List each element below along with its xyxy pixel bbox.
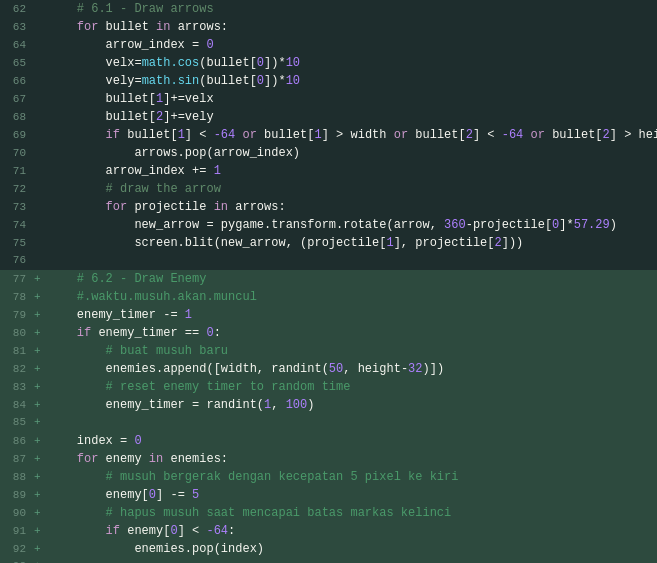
token-kw: if bbox=[48, 524, 120, 538]
code-content: vely=math.sin(bullet[0])*10 bbox=[44, 72, 657, 90]
diff-marker bbox=[34, 252, 44, 269]
token-num: 0 bbox=[134, 434, 141, 448]
token-plain: ] < bbox=[473, 128, 502, 142]
diff-marker bbox=[34, 55, 44, 72]
diff-marker bbox=[34, 235, 44, 252]
code-content: for bullet in arrows: bbox=[44, 18, 657, 36]
code-content: # 6.1 - Draw arrows bbox=[44, 0, 657, 18]
line-number: 89 bbox=[0, 487, 34, 504]
token-num: -64 bbox=[206, 524, 228, 538]
token-num: 0 bbox=[206, 38, 213, 52]
token-num: 32 bbox=[408, 362, 422, 376]
token-plain: arrows.pop(arrow_index) bbox=[48, 146, 300, 160]
token-plain: bullet[ bbox=[408, 128, 466, 142]
diff-marker: + bbox=[34, 414, 44, 431]
code-content: # reset enemy timer to random time bbox=[44, 378, 657, 396]
code-line: 85+ bbox=[0, 414, 657, 432]
line-number: 91 bbox=[0, 523, 34, 540]
code-line: 88+ # musuh bergerak dengan kecepatan 5 … bbox=[0, 468, 657, 486]
line-number: 77 bbox=[0, 271, 34, 288]
code-line: 62 # 6.1 - Draw arrows bbox=[0, 0, 657, 18]
token-plain: enemies.append([width, randint( bbox=[48, 362, 329, 376]
diff-marker bbox=[34, 109, 44, 126]
code-content: index = 0 bbox=[44, 432, 657, 450]
code-content: enemy_timer = randint(1, 100) bbox=[44, 396, 657, 414]
code-line: 70 arrows.pop(arrow_index) bbox=[0, 144, 657, 162]
code-content: # musuh bergerak dengan kecepatan 5 pixe… bbox=[44, 468, 657, 486]
diff-marker: + bbox=[34, 343, 44, 360]
token-plain: )]) bbox=[422, 362, 444, 376]
code-content: arrow_index += 1 bbox=[44, 162, 657, 180]
code-line: 64 arrow_index = 0 bbox=[0, 36, 657, 54]
token-num: 0 bbox=[257, 74, 264, 88]
diff-marker: + bbox=[34, 558, 44, 563]
code-content: enemy_timer -= 1 bbox=[44, 306, 657, 324]
line-number: 76 bbox=[0, 252, 34, 269]
code-content: if enemy_timer == 0: bbox=[44, 324, 657, 342]
token-num: 10 bbox=[286, 74, 300, 88]
code-content: enemies.pop(index) bbox=[44, 540, 657, 558]
token-num: 1 bbox=[386, 236, 393, 250]
line-number: 84 bbox=[0, 397, 34, 414]
diff-marker bbox=[34, 37, 44, 54]
token-num: 0 bbox=[170, 524, 177, 538]
token-green-cm: # 6.2 - Draw Enemy bbox=[48, 272, 206, 286]
code-line: 77+ # 6.2 - Draw Enemy bbox=[0, 270, 657, 288]
token-plain: ] > height: bbox=[610, 128, 657, 142]
token-num: -64 bbox=[214, 128, 236, 142]
token-fn: math.sin bbox=[142, 74, 200, 88]
token-num: 1 bbox=[185, 308, 192, 322]
code-content: #.waktu.musuh.akan.muncul bbox=[44, 288, 657, 306]
token-plain: enemy_timer == bbox=[91, 326, 206, 340]
code-content: arrow_index = 0 bbox=[44, 36, 657, 54]
token-plain: bullet[ bbox=[48, 92, 156, 106]
diff-marker: + bbox=[34, 523, 44, 540]
token-fn: math.cos bbox=[142, 56, 200, 70]
token-kw: for bbox=[48, 452, 98, 466]
code-line: 89+ enemy[0] -= 5 bbox=[0, 486, 657, 504]
diff-marker: + bbox=[34, 397, 44, 414]
line-number: 87 bbox=[0, 451, 34, 468]
code-content: # 6.2 - Draw Enemy bbox=[44, 270, 657, 288]
code-line: 74 new_arrow = pygame.transform.rotate(a… bbox=[0, 216, 657, 234]
diff-marker: + bbox=[34, 451, 44, 468]
token-plain: : bbox=[214, 326, 221, 340]
line-number: 68 bbox=[0, 109, 34, 126]
diff-marker bbox=[34, 217, 44, 234]
token-kw: or bbox=[523, 128, 545, 142]
token-plain: bullet[ bbox=[48, 110, 156, 124]
token-kw: or bbox=[235, 128, 257, 142]
line-number: 90 bbox=[0, 505, 34, 522]
code-content: for enemy in enemies: bbox=[44, 450, 657, 468]
diff-marker: + bbox=[34, 289, 44, 306]
diff-marker bbox=[34, 73, 44, 90]
line-number: 78 bbox=[0, 289, 34, 306]
token-num: 2 bbox=[603, 128, 610, 142]
token-kw: for bbox=[48, 20, 98, 34]
code-line: 71 arrow_index += 1 bbox=[0, 162, 657, 180]
token-green-cm: # musuh bergerak dengan kecepatan 5 pixe… bbox=[48, 470, 458, 484]
token-kw: for bbox=[48, 200, 127, 214]
token-plain: enemies.pop(index) bbox=[48, 542, 264, 556]
line-number: 92 bbox=[0, 541, 34, 558]
diff-marker bbox=[34, 127, 44, 144]
token-plain: , height- bbox=[343, 362, 408, 376]
token-plain: ] < bbox=[178, 524, 207, 538]
diff-marker bbox=[34, 19, 44, 36]
code-line: 93+ bbox=[0, 558, 657, 563]
code-line: 84+ enemy_timer = randint(1, 100) bbox=[0, 396, 657, 414]
code-content: arrows.pop(arrow_index) bbox=[44, 144, 657, 162]
code-content: if bullet[1] < -64 or bullet[1] > width … bbox=[44, 126, 657, 144]
diff-marker: + bbox=[34, 379, 44, 396]
token-plain: : bbox=[228, 524, 235, 538]
token-num: 1 bbox=[214, 164, 221, 178]
token-plain: bullet bbox=[98, 20, 156, 34]
token-plain: ])* bbox=[264, 74, 286, 88]
code-line: 75 screen.blit(new_arrow, (projectile[1]… bbox=[0, 234, 657, 252]
token-plain: enemy[ bbox=[48, 488, 149, 502]
diff-marker: + bbox=[34, 307, 44, 324]
code-line: 67 bullet[1]+=velx bbox=[0, 90, 657, 108]
diff-marker: + bbox=[34, 433, 44, 450]
token-cm: # 6.1 - Draw arrows bbox=[48, 2, 214, 16]
token-green-cm: #.waktu.musuh.akan.muncul bbox=[48, 290, 257, 304]
